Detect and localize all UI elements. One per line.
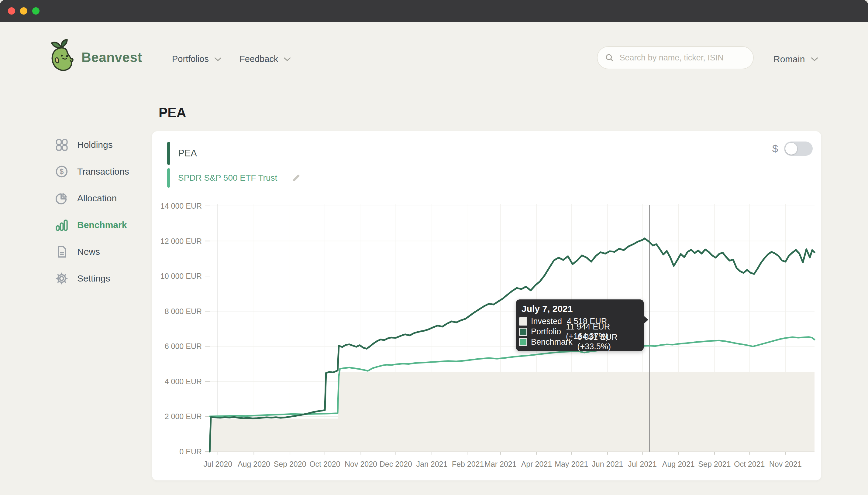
nav-portfolios[interactable]: Portfolios (172, 54, 221, 64)
y-axis-label: 14 000 EUR (161, 202, 202, 210)
bar-chart-icon (55, 218, 69, 232)
sidebar-item-label: Benchmark (77, 220, 127, 230)
x-axis-label: Apr 2021 (521, 460, 552, 468)
nav-portfolios-label: Portfolios (172, 54, 209, 64)
x-axis-label: Nov 2021 (769, 460, 802, 468)
search-icon (605, 53, 614, 63)
toggle-knob (785, 143, 797, 155)
close-window-button[interactable] (8, 7, 15, 15)
x-axis-label: Mar 2021 (484, 460, 517, 468)
beanvest-logo-icon (49, 38, 77, 73)
legend-benchmark: SPDR S&P 500 ETF Trust (167, 168, 301, 188)
invested-area (210, 372, 815, 451)
sidebar-item-label: Settings (77, 273, 110, 284)
x-axis-label: Sep 2021 (698, 460, 731, 468)
benchmark-chart[interactable]: 14 000 EUR12 000 EUR10 000 EUR8 000 EUR6… (152, 194, 821, 483)
dollar-sign-label: $ (772, 143, 778, 155)
chevron-down-icon (214, 57, 221, 61)
grid-icon (55, 138, 69, 152)
search-box[interactable] (597, 46, 754, 69)
currency-toggle-group: $ (772, 141, 813, 156)
portfolio-swatch (519, 328, 527, 336)
tooltip-date: July 7, 2021 (521, 304, 638, 314)
x-axis-label: Oct 2020 (310, 460, 340, 468)
page-title: PEA (158, 105, 186, 120)
titlebar (0, 0, 868, 22)
x-axis-label: Nov 2020 (345, 460, 377, 468)
x-axis-label: Sep 2020 (274, 460, 306, 468)
sidebar-item-allocation[interactable]: Allocation (55, 190, 117, 206)
sidebar-item-benchmark[interactable]: Benchmark (55, 217, 127, 233)
x-axis-label: May 2021 (555, 460, 588, 468)
legend-benchmark-label: SPDR S&P 500 ETF Trust (178, 173, 277, 183)
user-menu[interactable]: Romain (773, 54, 818, 64)
nav-feedback[interactable]: Feedback (239, 54, 291, 64)
currency-toggle[interactable] (784, 141, 813, 156)
chevron-down-icon (284, 57, 291, 61)
x-axis-label: Jan 2021 (416, 460, 448, 468)
sidebar-item-holdings[interactable]: Holdings (55, 137, 113, 153)
brand-name: Beanvest (81, 50, 142, 65)
y-axis-label: 8 000 EUR (165, 307, 202, 315)
search-input[interactable] (619, 53, 746, 63)
legend-portfolio: PEA (167, 141, 197, 165)
x-axis-label: Jul 2020 (204, 460, 233, 468)
x-axis-label: Aug 2021 (662, 460, 695, 468)
sidebar-item-label: Allocation (77, 193, 117, 203)
dollar-circle-icon: $ (55, 165, 69, 178)
pie-chart-icon (55, 191, 69, 205)
document-icon (55, 245, 69, 259)
minimize-window-button[interactable] (20, 7, 27, 15)
y-axis-label: 6 000 EUR (165, 342, 202, 351)
tooltip-row-benchmark: Benchmark 6 031 EUR (+33.5%) (519, 337, 638, 347)
y-axis-label: 10 000 EUR (161, 272, 202, 280)
user-name: Romain (773, 54, 805, 64)
y-axis-label: 2 000 EUR (165, 412, 202, 421)
portfolio-card: PEA SPDR S&P 500 ETF Trust $ 14 000 EUR1… (152, 131, 821, 480)
benchmark-color-bar (167, 168, 170, 188)
app-window: Beanvest Portfolios Feedback Romain Hold… (0, 0, 868, 495)
sidebar-item-label: Transactions (77, 167, 129, 177)
sidebar-item-label: News (77, 246, 100, 257)
gear-icon (55, 272, 69, 286)
x-axis-label: Aug 2020 (238, 460, 270, 468)
sidebar-item-label: Holdings (77, 140, 113, 150)
sidebar-item-transactions[interactable]: $ Transactions (55, 164, 129, 180)
zoom-window-button[interactable] (32, 7, 39, 15)
tooltip-arrow (643, 315, 648, 324)
x-axis-label: Dec 2020 (380, 460, 412, 468)
svg-text:$: $ (60, 167, 64, 175)
chart-tooltip: July 7, 2021 Invested 4 518 EUR Portfoli… (516, 300, 644, 351)
sidebar-item-settings[interactable]: Settings (55, 271, 110, 286)
nav-feedback-label: Feedback (239, 54, 278, 64)
y-axis-label: 4 000 EUR (165, 377, 202, 386)
y-axis-label: 12 000 EUR (161, 237, 202, 245)
sidebar-item-news[interactable]: News (55, 244, 100, 260)
legend-portfolio-label: PEA (178, 148, 197, 159)
x-axis-label: Oct 2021 (734, 460, 765, 468)
chevron-down-icon (811, 57, 818, 61)
edit-benchmark-icon[interactable] (291, 173, 301, 183)
x-axis-label: Jun 2021 (592, 460, 623, 468)
x-axis-label: Jul 2021 (628, 460, 657, 468)
invested-swatch (519, 317, 527, 326)
benchmark-swatch (519, 338, 527, 346)
x-axis-label: Feb 2021 (452, 460, 484, 468)
portfolio-color-bar (167, 142, 170, 165)
y-axis-label: 0 EUR (179, 447, 202, 456)
